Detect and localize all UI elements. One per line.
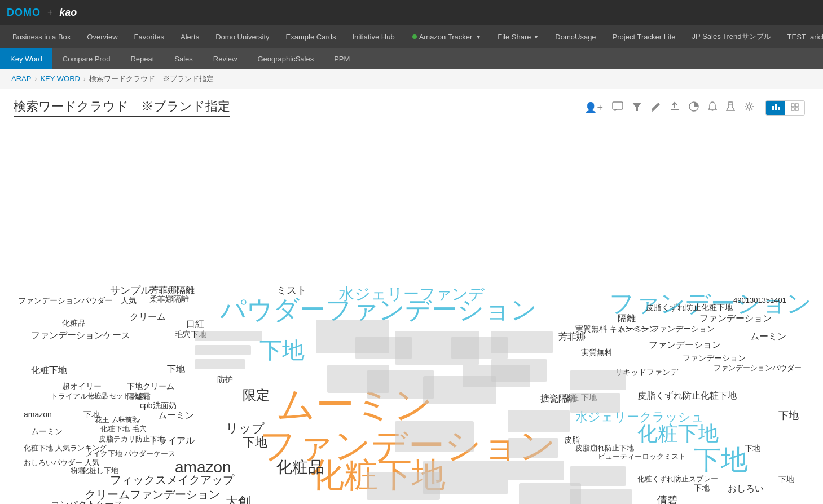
domo-logo: DOMO xyxy=(7,7,41,19)
pie-chart-icon[interactable] xyxy=(689,101,699,114)
fileshare-arrow-icon: ▼ xyxy=(533,34,539,40)
redacted-word-20 xyxy=(508,461,564,480)
cloud-word-46: ムーミン xyxy=(31,427,63,436)
redacted-word-27 xyxy=(570,466,626,486)
breadcrumb: ARAP › KEY WORD › 検索ワードクラウド ※ブランド指定 xyxy=(0,69,823,89)
svg-rect-9 xyxy=(778,107,780,110)
nav-initiative-hub[interactable]: Initiative Hub xyxy=(344,25,403,48)
cloud-word-63: ミスト xyxy=(276,285,307,297)
cloud-word-39: 下地クリーム xyxy=(127,382,174,391)
cloud-word-72: 下地 xyxy=(694,483,710,493)
breadcrumb-sep-2: › xyxy=(83,75,86,83)
cloud-word-31: クリーム xyxy=(130,311,166,322)
cloud-word-92: 隔離 xyxy=(618,313,636,324)
cloud-word-37: 防护 xyxy=(217,375,233,384)
redacted-word-0 xyxy=(195,331,262,341)
cloud-word-32: 口紅 xyxy=(186,319,204,329)
person-add-icon[interactable]: 👤+ xyxy=(584,101,603,114)
bell-icon[interactable] xyxy=(708,101,717,114)
cloud-word-29: ファンデーションパウダー 人気 xyxy=(18,296,137,306)
chart-view-button[interactable] xyxy=(766,101,785,115)
cloud-word-57: 化粧し下地 xyxy=(82,466,118,475)
tab-keyword[interactable]: Key Word xyxy=(0,48,52,69)
page-title: 検索ワードクラウド ※ブランド指定 xyxy=(14,98,230,117)
cloud-word-51: 皮脂テカリ防止下地 xyxy=(99,435,165,444)
cloud-word-24: 大創 xyxy=(226,494,250,504)
cloud-word-102: ファンデーション xyxy=(699,313,772,324)
filter-icon[interactable] xyxy=(632,101,641,114)
cloud-word-26: サンプル xyxy=(110,285,151,297)
cloud-word-77: おしろい xyxy=(728,483,764,494)
nav-example-cards[interactable]: Example Cards xyxy=(278,25,345,48)
cloud-word-75: 下地 xyxy=(778,475,794,484)
svg-marker-1 xyxy=(632,103,641,111)
cloud-word-104: 4901301351401 xyxy=(733,296,786,305)
breadcrumb-keyword[interactable]: KEY WORD xyxy=(40,74,80,83)
svg-rect-3 xyxy=(671,109,679,110)
nav-file-share[interactable]: File Share ▼ xyxy=(490,25,547,48)
redacted-word-1 xyxy=(195,345,251,355)
nav-domo-university[interactable]: Domo University xyxy=(208,25,278,48)
cloud-word-96: ファンデーション xyxy=(649,339,721,350)
cloud-word-41: cpb洗面奶 xyxy=(140,401,177,410)
comment-icon[interactable] xyxy=(612,101,623,114)
kao-logo: kao xyxy=(59,7,77,19)
cloud-word-71: 化粧くずれ防止スプレー xyxy=(637,475,718,484)
nav-domo-usage[interactable]: DomoUsage xyxy=(547,25,604,48)
upload-icon[interactable] xyxy=(670,101,680,114)
toolbar-icons: 👤+ xyxy=(584,101,754,114)
tab-ppm[interactable]: PPM xyxy=(324,48,360,69)
nav-alerts[interactable]: Alerts xyxy=(173,25,208,48)
cloud-word-103: 皮脂くずれ防止化粧下地 xyxy=(637,390,737,401)
cloud-word-35: 化粧下地 xyxy=(31,365,67,375)
tab-geographic-sales[interactable]: GeographicSales xyxy=(247,48,324,69)
cloud-word-8: 化粧品 xyxy=(276,458,324,477)
svg-rect-11 xyxy=(795,104,798,107)
cloud-word-11: 化粧下地 xyxy=(637,421,719,445)
settings-icon[interactable] xyxy=(744,101,754,114)
cloud-word-101: 皮脂くずれ防止化粧下地 xyxy=(646,303,733,312)
cloud-word-44: トライアルセット xyxy=(51,392,109,401)
cloud-word-34: ファンデーションケース xyxy=(31,330,130,341)
logo-plus: + xyxy=(47,7,52,17)
wordcloud-area: パウダーファンデーションムーミンファンデーション化粧下地ファンデーション下地水ジ… xyxy=(0,122,823,504)
tab-bar: Key Word Compare Prod Repeat Sales Revie… xyxy=(0,48,823,69)
svg-rect-0 xyxy=(613,102,623,109)
cloud-word-20: 下地 xyxy=(243,435,267,450)
breadcrumb-arap[interactable]: ARAP xyxy=(11,74,31,83)
cloud-word-49: 化粧下地 毛穴 xyxy=(100,425,147,434)
page-header: 検索ワードクラウド ※ブランド指定 👤+ xyxy=(0,89,823,122)
cloud-word-69: 皮脂崩れ防止下地 xyxy=(575,444,634,453)
tab-sales[interactable]: Sales xyxy=(164,48,203,69)
cloud-word-22: フィックスメイクアップ xyxy=(110,473,234,487)
cloud-word-19: リップ xyxy=(226,421,265,436)
nav-favorites[interactable]: Favorites xyxy=(126,25,173,48)
tab-repeat[interactable]: Repeat xyxy=(120,48,164,69)
tab-review[interactable]: Review xyxy=(203,48,248,69)
nav-amazon-tracker[interactable]: Amazon Tracker ▼ xyxy=(403,25,490,48)
nav-business-in-a-box[interactable]: Business in a Box xyxy=(5,25,79,48)
view-toggle xyxy=(765,100,805,116)
svg-rect-13 xyxy=(795,108,798,110)
nav-overview[interactable]: Overview xyxy=(79,25,126,48)
grid-view-button[interactable] xyxy=(785,101,804,115)
nav-jp-sales[interactable]: JP Sales Trendサンプル xyxy=(684,25,780,48)
nav-bar: Business in a Box Overview Favorites Ale… xyxy=(0,25,823,48)
cloud-word-18: 限定 xyxy=(243,387,270,404)
tab-compare-prod[interactable]: Compare Prod xyxy=(52,48,121,69)
cloud-word-70: ビューティーロックミスト xyxy=(598,452,686,461)
nav-project-tracker[interactable]: Project Tracker Lite xyxy=(605,25,684,48)
amazon-dropdown-arrow: ▼ xyxy=(476,34,481,40)
cloud-word-43: ムーミン xyxy=(158,410,194,421)
cloud-word-94: ムーミン ファンデーション xyxy=(618,324,715,334)
cloud-word-50: 収前乳 xyxy=(118,415,139,423)
cloud-word-6: 水ジェリーファンデ xyxy=(338,285,485,304)
cloud-word-95: ムーミン xyxy=(750,331,786,342)
cloud-word-13: 下地 xyxy=(694,444,748,476)
cloud-word-38: 超オイリー xyxy=(62,382,102,391)
edit-icon[interactable] xyxy=(650,101,661,114)
cloud-word-28: 柔菲娜隔離 xyxy=(149,294,189,304)
beaker-icon[interactable] xyxy=(726,101,735,114)
header-right: 👤+ xyxy=(584,100,809,116)
nav-test-arichi[interactable]: TEST_arichi xyxy=(780,25,823,48)
